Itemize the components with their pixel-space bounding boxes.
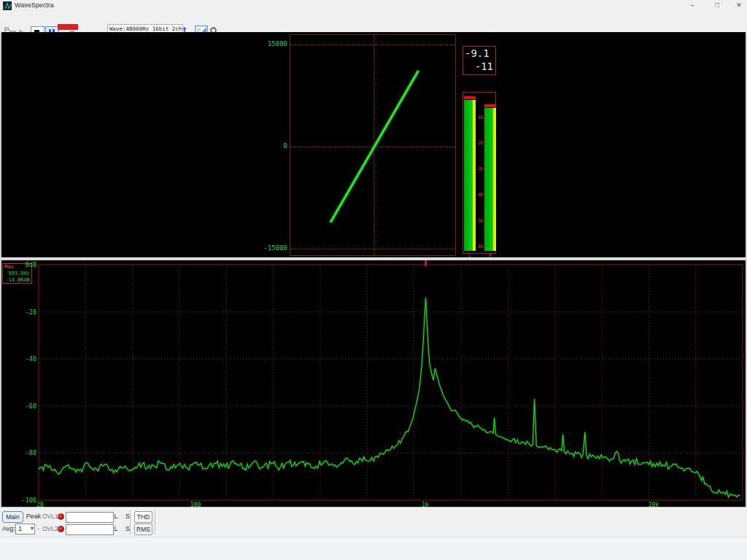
- spectrum-y-label: -60: [6, 402, 36, 410]
- chevron-down-icon: ▾: [31, 525, 34, 532]
- max-level: -14.06dB: [3, 277, 31, 284]
- scope-y-label: 0: [258, 142, 287, 149]
- meter-scale-label: -40: [473, 192, 485, 198]
- l2-button[interactable]: L: [112, 525, 120, 532]
- spectrum-y-label: 0dB: [6, 261, 36, 268]
- rms-button[interactable]: RMS: [134, 524, 152, 535]
- peak-left-value: -9.1: [465, 47, 489, 59]
- ovl2-field[interactable]: [66, 524, 114, 535]
- avg-combo[interactable]: 1 ▾: [15, 524, 35, 534]
- thd-button[interactable]: THD: [134, 511, 152, 523]
- peak-button[interactable]: Peak: [24, 513, 43, 520]
- meter-bar: [484, 108, 496, 251]
- ovl2-led: [58, 526, 64, 532]
- meter-scale-label: -20: [473, 140, 485, 146]
- wavespectra-window: WaveSpectra – □ ✕ Wave:48000Hz 16bit 2ch…: [0, 0, 747, 560]
- minimize-button[interactable]: –: [681, 0, 703, 11]
- ovl2-label: OVL2: [42, 525, 58, 532]
- dash-1: -: [37, 513, 39, 520]
- avg-value: 1: [18, 525, 22, 532]
- spectrum-y-label: -40: [6, 355, 36, 362]
- ovl1-field[interactable]: [66, 512, 114, 523]
- dash-2: -: [37, 525, 39, 532]
- lissajous-trace: [290, 35, 455, 255]
- spectrum-chart: [0, 260, 747, 507]
- avg-label: Avg:: [2, 525, 15, 532]
- meter-bar: [464, 100, 476, 251]
- control-bar: Main Peak - OVL1 L S THD Avg: 1 ▾ - OVL2…: [0, 507, 747, 537]
- peak-right-value: -11: [475, 61, 493, 72]
- scope-y-label: -15000: [258, 244, 287, 252]
- window-title: WaveSpectra: [15, 1, 54, 9]
- meter-scale-label: -10: [473, 114, 485, 120]
- scope-y-label: 15000: [258, 40, 287, 47]
- separator: [130, 510, 133, 534]
- spectrum-y-label: -20: [6, 308, 36, 316]
- app-icon: [3, 1, 12, 10]
- overload-indicator: [58, 24, 78, 30]
- separator: [155, 510, 158, 534]
- main-button[interactable]: Main: [2, 511, 23, 523]
- titlebar: WaveSpectra – □ ✕: [0, 0, 747, 12]
- max-frequency: 993.9Hz: [3, 271, 31, 277]
- meter-scale-label: -50: [473, 218, 485, 224]
- taskbar: A 11:32 2025/12/19 金曜日: [0, 537, 747, 560]
- close-button[interactable]: ✕: [728, 0, 747, 11]
- meter-scale-label: -60: [473, 244, 485, 249]
- toolbar: Wave:48000Hz 16bit 2ch FFT:32768 Rect. f…: [0, 12, 747, 33]
- ovl1-led: [58, 513, 64, 520]
- maximize-button[interactable]: □: [706, 0, 728, 11]
- meter-peak-cap: [484, 104, 496, 107]
- peak-readout: -9.1 -11: [462, 46, 496, 75]
- meter-peak-cap: [464, 96, 476, 99]
- ovl1-label: OVL1: [42, 513, 58, 520]
- spectrum-y-label: -80: [6, 449, 36, 456]
- wave-format-text: Wave:48000Hz 16bit 2ch: [109, 26, 182, 32]
- lissajous-scope: [290, 34, 456, 256]
- l1-button[interactable]: L: [112, 513, 120, 520]
- meter-scale-label: -30: [473, 166, 485, 172]
